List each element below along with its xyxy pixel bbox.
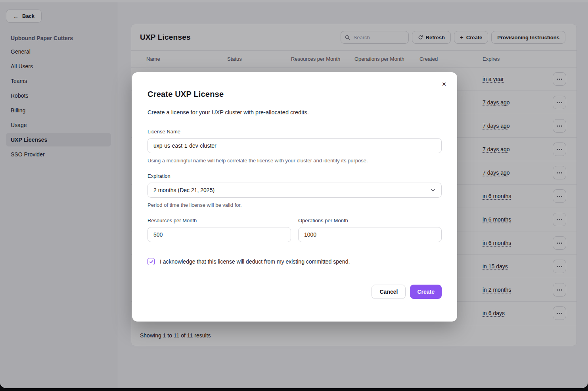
license-name-label: License Name: [147, 129, 442, 135]
create-license-modal: × Create UXP License Create a license fo…: [132, 72, 457, 322]
close-button[interactable]: ×: [438, 78, 450, 90]
check-icon: [149, 260, 153, 264]
acknowledge-label: I acknowledge that this license will ded…: [160, 258, 350, 265]
expiration-label: Expiration: [147, 173, 442, 179]
modal-actions: Cancel Create: [147, 285, 442, 299]
expiration-helper: Period of time the license will be valid…: [147, 202, 442, 208]
resources-per-month-label: Resources per Month: [147, 218, 291, 223]
modal-description: Create a license for your UXP cluster wi…: [147, 109, 442, 116]
operations-per-month-label: Operations per Month: [298, 218, 442, 223]
chevron-down-icon: [430, 187, 436, 193]
license-name-input[interactable]: [147, 138, 442, 153]
acknowledge-checkbox[interactable]: [147, 258, 155, 265]
close-icon: ×: [442, 80, 446, 88]
resources-per-month-input[interactable]: [147, 227, 291, 242]
expiration-select[interactable]: 2 months (Dec 21, 2025): [147, 183, 442, 198]
modal-title: Create UXP License: [147, 90, 442, 99]
acknowledge-row: I acknowledge that this license will ded…: [147, 258, 442, 265]
license-name-helper: Using a meaningful name will help correl…: [147, 158, 442, 164]
modal-create-button[interactable]: Create: [410, 285, 442, 299]
expiration-selected-value: 2 months (Dec 21, 2025): [153, 187, 215, 193]
cancel-button[interactable]: Cancel: [372, 285, 406, 299]
app-window: ← Back Upbound Paper Cutters General All…: [0, 0, 588, 388]
operations-per-month-input[interactable]: [298, 227, 442, 242]
